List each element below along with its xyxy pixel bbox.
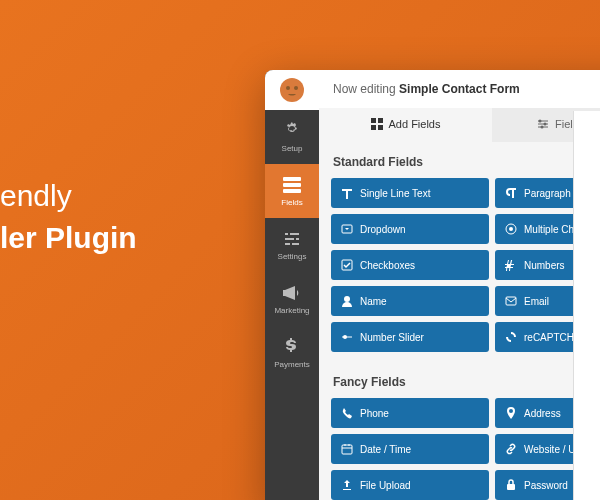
text-icon xyxy=(341,187,353,199)
dropdown-icon xyxy=(341,223,353,235)
radio-icon xyxy=(505,223,517,235)
link-icon xyxy=(505,443,517,455)
nav-label: Payments xyxy=(274,360,310,369)
form-preview-strip xyxy=(573,111,600,500)
nav-label: Setup xyxy=(282,144,303,153)
mail-icon xyxy=(505,295,517,307)
calendar-icon xyxy=(341,443,353,455)
hero-headline: endly ler Plugin xyxy=(0,175,137,259)
brand-logo[interactable] xyxy=(265,70,319,110)
field-calendar[interactable]: Date / Time xyxy=(331,434,489,464)
nav-payments[interactable]: Payments xyxy=(265,326,319,380)
field-slider[interactable]: Number Slider xyxy=(331,322,489,352)
options-icon xyxy=(537,118,549,130)
svg-point-19 xyxy=(280,78,304,102)
nav-label: Marketing xyxy=(274,306,309,315)
field-phone[interactable]: Phone xyxy=(331,398,489,428)
field-check[interactable]: Checkboxes xyxy=(331,250,489,280)
hash-icon xyxy=(505,259,517,271)
field-dropdown[interactable]: Dropdown xyxy=(331,214,489,244)
nav-marketing[interactable]: Marketing xyxy=(265,272,319,326)
field-user[interactable]: Name xyxy=(331,286,489,316)
field-text[interactable]: Single Line Text xyxy=(331,178,489,208)
field-upload[interactable]: File Upload xyxy=(331,470,489,500)
user-icon xyxy=(341,295,353,307)
form-builder-window: Setup Fields Settings Marketing Payments… xyxy=(265,70,600,500)
nav-setup[interactable]: Setup xyxy=(265,110,319,164)
paragraph-icon xyxy=(505,187,517,199)
megaphone-icon xyxy=(283,284,301,302)
panel-tabs: Add Fields Field Options xyxy=(319,108,600,142)
sliders-icon xyxy=(283,230,301,248)
upload-icon xyxy=(341,479,353,491)
nav-label: Fields xyxy=(281,198,302,207)
svg-point-20 xyxy=(286,86,290,90)
check-icon xyxy=(341,259,353,271)
pin-icon xyxy=(505,407,517,419)
left-nav: Setup Fields Settings Marketing Payments xyxy=(265,70,319,500)
fancy-field-grid: PhoneAddressDate / TimeWebsite / URLFile… xyxy=(319,398,600,500)
lock-icon xyxy=(505,479,517,491)
layout-icon xyxy=(283,176,301,194)
section-fancy-fields[interactable]: Fancy Fields ⌄ xyxy=(319,362,600,398)
fields-panel: Now editing Simple Contact Form Add Fiel… xyxy=(319,70,600,500)
standard-field-grid: Single Line TextParagraph TextDropdownMu… xyxy=(319,178,600,362)
gear-icon xyxy=(283,122,301,140)
svg-point-21 xyxy=(294,86,298,90)
nav-settings[interactable]: Settings xyxy=(265,218,319,272)
recaptcha-icon xyxy=(505,331,517,343)
form-name: Simple Contact Form xyxy=(399,82,520,96)
nav-label: Settings xyxy=(278,252,307,261)
nav-fields[interactable]: Fields xyxy=(265,164,319,218)
section-standard-fields[interactable]: Standard Fields ⌄ xyxy=(319,142,600,178)
tab-add-fields[interactable]: Add Fields xyxy=(319,108,492,142)
dollar-icon xyxy=(283,338,301,356)
phone-icon xyxy=(341,407,353,419)
slider-icon xyxy=(341,331,353,343)
grid-icon xyxy=(371,118,383,130)
editing-bar: Now editing Simple Contact Form xyxy=(319,70,600,108)
